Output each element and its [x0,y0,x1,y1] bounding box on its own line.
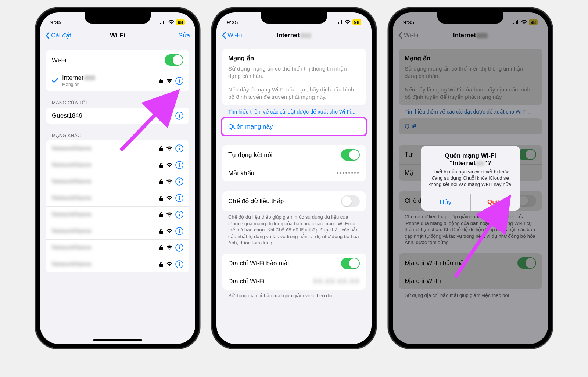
auto-join-row[interactable]: Tự động kết nối [222,145,366,165]
wifi-toggle-row[interactable]: Wi-Fi [46,50,189,70]
forget-confirmation-alert: Quên mạng Wi-Fi "Internet"? Thiết bị của… [421,146,520,211]
info-icon[interactable] [175,260,183,268]
lock-icon [159,229,164,234]
info-icon[interactable] [175,227,183,235]
network-row[interactable]: NetworkName [46,140,189,157]
notch [437,12,503,24]
network-row[interactable]: NetworkName [46,190,189,207]
info-icon[interactable] [175,194,183,202]
wifi-signal-icon [166,79,172,83]
back-button[interactable]: Cài đặt [45,32,71,39]
password-row[interactable]: Mật khẩu •••••••• [222,165,366,181]
hidden-network-title: Mạng ẩn [222,49,366,64]
nav-bar: Cài đặt Wi-Fi Sửa [40,29,195,43]
hidden-desc-1: Sử dụng mạng ẩn có thể hiển thị thông ti… [222,64,366,85]
cancel-button[interactable]: Hủy [421,194,471,211]
low-data-desc: Chế độ dữ liệu thấp giúp giảm mức sử dụn… [222,211,366,248]
phone-mockup-1: 9:35 98 Cài đặt Wi-Fi Sửa Wi-Fi [35,7,200,349]
cellular-icon [160,20,166,24]
network-name-blurred: NetworkName [52,161,159,169]
forget-network-button[interactable]: Quên mạng này [222,118,366,135]
blurred-text [84,75,95,80]
network-row[interactable]: NetworkName [46,173,189,190]
svg-rect-20 [179,214,180,216]
network-name-blurred: NetworkName [52,194,159,202]
back-label: Wi-Fi [227,32,242,39]
wifi-toggle[interactable] [165,54,183,66]
lock-icon [159,113,164,118]
network-row[interactable]: Guest1849 [46,108,189,124]
svg-point-19 [179,212,180,213]
svg-point-28 [179,262,180,263]
page-title: Internet [277,32,311,39]
svg-rect-2 [179,80,180,83]
password-label: Mật khẩu [228,169,336,177]
phone-mockup-2: 9:35 98 Wi-Fi Internet Mạng ẩn Sử dụng m… [211,7,377,349]
lock-icon [159,262,164,267]
wifi-signal-icon [166,212,172,217]
info-icon[interactable] [175,211,183,219]
network-row[interactable]: NetworkName [46,157,189,173]
network-row[interactable]: NetworkName [46,207,189,223]
network-row[interactable]: NetworkName [46,223,189,240]
lock-icon [159,195,164,201]
svg-rect-29 [179,263,180,266]
svg-rect-26 [179,247,180,249]
auto-join-toggle[interactable] [341,149,360,161]
home-indicator[interactable] [93,339,142,341]
check-icon [52,78,58,83]
info-icon[interactable] [175,144,183,152]
private-address-row[interactable]: Địa chỉ Wi-Fi bảo mật [222,254,366,273]
svg-point-1 [179,79,180,79]
network-name: Guest1849 [52,112,159,119]
learn-more-link[interactable]: Tìm hiểu thêm về các cài đặt được đề xuấ… [222,105,366,118]
chevron-left-icon [45,32,50,39]
battery-badge: 98 [352,19,361,25]
wifi-label: Wi-Fi [52,57,165,64]
my-networks-header: MẠNG CỦA TÔI [46,91,189,108]
chevron-left-icon [222,32,226,39]
network-row[interactable]: NetworkName [46,256,189,272]
svg-rect-5 [179,115,180,118]
network-name-blurred: NetworkName [52,227,159,235]
notch [261,12,327,24]
private-address-toggle[interactable] [341,258,360,269]
back-button[interactable]: Wi-Fi [222,32,242,39]
wifi-signal-icon [166,262,172,266]
wifi-signal-icon [166,146,172,151]
info-icon[interactable] [175,244,183,252]
svg-point-7 [179,146,180,147]
connected-network-row[interactable]: Internet Mạng ẩn [46,70,189,91]
highlight-annotation: Quên mạng này [221,117,367,136]
lock-icon [159,179,164,184]
cellular-icon [336,20,343,24]
wifi-status-icon [168,20,174,24]
svg-rect-23 [179,230,180,233]
network-name-blurred: NetworkName [52,211,159,218]
svg-rect-11 [179,164,180,167]
svg-point-4 [179,114,180,114]
wifi-address-row[interactable]: Địa chỉ Wi-Fi XX:XX:XX:XX [222,273,366,290]
low-data-toggle[interactable] [341,195,360,207]
lock-icon [159,212,164,217]
alert-title: Quên mạng Wi-Fi "Internet"? [421,146,520,168]
alert-message: Thiết bị của bạn và các thiết bị khác đa… [421,168,520,194]
info-icon[interactable] [175,161,183,169]
info-icon[interactable] [175,77,183,85]
low-data-row[interactable]: Chế độ dữ liệu thấp [222,191,366,211]
network-sub: Mạng ẩn [62,82,159,87]
wifi-signal-icon [166,245,172,250]
info-icon[interactable] [175,177,183,186]
network-row[interactable]: NetworkName [46,240,189,256]
wifi-signal-icon [166,196,172,200]
edit-button[interactable]: Sửa [178,32,190,39]
svg-point-13 [179,179,180,180]
wifi-status-icon [345,20,351,24]
status-time: 9:35 [227,19,238,25]
wifi-signal-icon [166,179,172,184]
info-icon[interactable] [175,112,183,120]
forget-confirm-button[interactable]: Quên [471,194,520,211]
svg-rect-17 [179,197,180,200]
low-data-label: Chế độ dữ liệu thấp [228,197,341,205]
address-desc: Sử dụng địa chỉ bảo mật giúp giảm việc t… [222,290,366,301]
